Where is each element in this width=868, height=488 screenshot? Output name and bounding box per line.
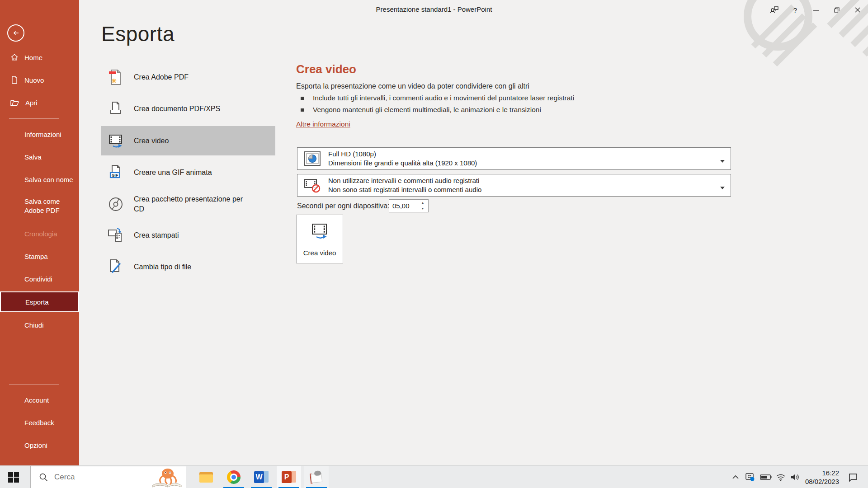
export-option-label: Crea pacchetto presentazione per CD: [134, 194, 247, 214]
sidebar-item-nuovo[interactable]: Nuovo: [0, 71, 79, 89]
new-document-icon: [10, 75, 19, 84]
seconds-per-slide-label: Secondi per ogni diapositiva:: [297, 202, 390, 210]
export-option-label: Crea video: [134, 136, 169, 146]
sidebar-item-feedback[interactable]: Feedback: [0, 414, 79, 431]
sidebar-item-salva-come-adobe-pdf[interactable]: Salva come Adobe PDF: [0, 196, 79, 220]
sidebar-item-label: Nuovo: [24, 76, 44, 84]
sidebar-item-opzioni[interactable]: Opzioni: [0, 436, 79, 454]
dropdown-text: Non utilizzare intervalli e commenti aud…: [328, 177, 481, 193]
create-video-button-icon: [309, 221, 330, 243]
sidebar-item-chiudi[interactable]: Chiudi: [0, 316, 79, 333]
powerpoint-icon: P: [282, 470, 296, 484]
gimp-icon: [309, 470, 324, 485]
spinner-buttons: ▲ ▼: [417, 200, 428, 212]
create-video-button[interactable]: Crea video: [296, 215, 343, 263]
seconds-spinner: ▲ ▼: [389, 199, 429, 212]
dropdown-text: Full HD (1080p) Dimensioni file grandi e…: [328, 150, 477, 167]
panel-heading: Crea video: [296, 62, 356, 76]
timings-dropdown[interactable]: Non utilizzare intervalli e commenti aud…: [297, 174, 731, 197]
pdf-xps-icon: [106, 99, 126, 119]
adobe-pdf-icon: [106, 67, 126, 87]
export-option-crea-pacchetto-presentazione-per-cd[interactable]: Crea pacchetto presentazione per CD: [101, 190, 275, 219]
clock-time: 16:22: [822, 469, 839, 477]
video-quality-dropdown[interactable]: Full HD (1080p) Dimensioni file grandi e…: [297, 147, 731, 170]
export-option-creare-una-gif-animata[interactable]: GIF Creare una GIF animata: [101, 162, 275, 183]
open-folder-icon: [10, 98, 20, 107]
export-option-crea-video-selected[interactable]: Crea video: [101, 126, 275, 155]
spinner-up-button[interactable]: ▲: [417, 200, 428, 206]
chevron-down-icon: [720, 183, 725, 192]
action-center-button[interactable]: [846, 466, 860, 488]
export-option-crea-adobe-pdf[interactable]: Crea Adobe PDF: [101, 67, 275, 88]
dropdown-title: Non utilizzare intervalli e commenti aud…: [328, 177, 481, 184]
dropdown-subtitle: Dimensioni file grandi e qualità alta (1…: [328, 160, 477, 167]
export-option-label: Cambia tipo di file: [134, 262, 191, 272]
bullet-square-icon: [301, 108, 304, 112]
taskbar: W P: [0, 465, 868, 488]
chevron-up-icon: [732, 475, 739, 479]
window-controls: ?: [764, 0, 868, 20]
search-input[interactable]: [54, 473, 131, 482]
more-info-link[interactable]: Altre informazioni: [296, 120, 350, 128]
export-option-crea-stampati[interactable]: Crea stampati: [101, 225, 275, 246]
sidebar-item-stampa[interactable]: Stampa: [0, 248, 79, 265]
bullet-item: Vengono mantenuti gli elementi multimedi…: [301, 106, 541, 114]
bullet-text: Include tutti gli intervalli, i commenti…: [313, 94, 574, 102]
page-title: Esporta: [101, 22, 175, 46]
tray-show-hidden-icons[interactable]: [729, 466, 742, 488]
bullet-square-icon: [301, 97, 304, 100]
taskbar-clock[interactable]: 16:22 08/02/2023: [799, 466, 840, 488]
sidebar-item-condividi[interactable]: Condividi: [0, 270, 79, 287]
taskbar-chrome[interactable]: [222, 466, 246, 488]
column-divider: [276, 64, 276, 440]
seconds-input[interactable]: [389, 200, 417, 212]
export-option-label: Crea Adobe PDF: [134, 72, 189, 82]
feedback-smile-icon[interactable]: [764, 0, 785, 20]
windows-logo-icon: [8, 472, 19, 483]
search-highlight-octopus-image[interactable]: [144, 467, 185, 488]
sidebar-item-salva-con-nome[interactable]: Salva con nome: [0, 171, 79, 188]
sidebar-item-home[interactable]: Home: [0, 49, 79, 66]
export-option-label: Creare una GIF animata: [134, 168, 212, 178]
sidebar-divider: [9, 118, 59, 119]
minimize-button[interactable]: [806, 0, 826, 20]
sidebar-item-label: Apri: [25, 99, 38, 107]
file-explorer-icon: [199, 470, 213, 484]
sidebar-item-account[interactable]: Account: [0, 391, 79, 408]
handouts-icon: [106, 225, 126, 245]
restore-button[interactable]: [826, 0, 847, 20]
taskbar-powerpoint-active[interactable]: P: [277, 466, 301, 488]
taskbar-gimp[interactable]: [304, 466, 329, 488]
tray-wifi-icon[interactable]: [774, 466, 788, 488]
search-icon: [39, 473, 48, 482]
sidebar-item-esporta-selected[interactable]: Esporta: [0, 291, 79, 312]
export-option-crea-documento-pdf-xps[interactable]: Crea documento PDF/XPS: [101, 99, 275, 119]
powerpoint-backstage-window: Presentazione standard1 - PowerPoint ?: [0, 0, 868, 488]
spinner-down-button[interactable]: ▼: [417, 206, 428, 212]
sidebar-item-cronologia: Cronologia: [0, 225, 79, 242]
export-option-cambia-tipo-di-file[interactable]: Cambia tipo di file: [101, 257, 275, 277]
panel-description: Esporta la presentazione come un video d…: [296, 82, 529, 90]
gif-icon: GIF: [106, 163, 126, 183]
sidebar-item-salva[interactable]: Salva: [0, 148, 79, 165]
sidebar-divider: [9, 384, 59, 385]
close-button[interactable]: [847, 0, 868, 20]
taskbar-file-explorer[interactable]: [194, 466, 218, 488]
bullet-text: Vengono mantenuti gli elementi multimedi…: [313, 106, 541, 114]
video-quality-icon: [303, 150, 322, 167]
chevron-down-icon: [720, 157, 725, 165]
svg-text:GIF: GIF: [112, 173, 118, 178]
taskbar-word[interactable]: W: [249, 466, 274, 488]
start-button[interactable]: [0, 466, 27, 488]
export-option-label: Crea documento PDF/XPS: [134, 104, 220, 114]
taskbar-search[interactable]: [30, 466, 186, 488]
tray-sync-icon[interactable]: [743, 466, 757, 488]
home-icon: [10, 53, 19, 62]
back-button[interactable]: [7, 24, 24, 42]
tray-battery-icon[interactable]: [759, 466, 773, 488]
change-file-type-icon: [106, 257, 126, 277]
bullet-item: Include tutti gli intervalli, i commenti…: [301, 94, 574, 102]
help-button[interactable]: ?: [785, 0, 806, 20]
sidebar-item-informazioni[interactable]: Informazioni: [0, 126, 79, 143]
sidebar-item-apri[interactable]: Apri: [0, 94, 79, 111]
